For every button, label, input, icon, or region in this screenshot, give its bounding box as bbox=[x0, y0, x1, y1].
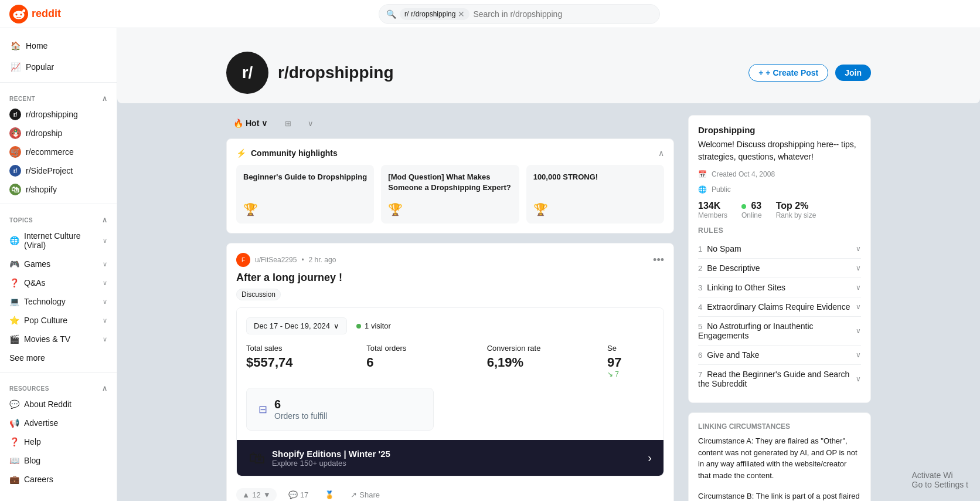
careers-icon: 💼 bbox=[9, 475, 19, 484]
sidebar-item-popular[interactable]: 📈 Popular bbox=[0, 56, 117, 77]
join-button[interactable]: Join bbox=[835, 65, 871, 81]
sidebar-item-internet-culture[interactable]: 🌐 Internet Culture (Viral) ∨ bbox=[0, 226, 117, 255]
about-icon: 💬 bbox=[9, 400, 19, 409]
post-tag[interactable]: Discussion bbox=[236, 289, 281, 300]
sidebar-item-sideproject[interactable]: r/ r/SideProject bbox=[0, 161, 117, 180]
downvote-button[interactable]: ▼ bbox=[263, 490, 271, 499]
sidebar-item-ecommerce[interactable]: 🛒 r/ecommerce bbox=[0, 143, 117, 161]
upvote-button[interactable]: ▲ bbox=[242, 490, 250, 499]
highlight-emoji-2: 🏆 bbox=[533, 202, 657, 216]
comments-count: 17 bbox=[300, 490, 308, 499]
rules-title: RULES bbox=[698, 226, 861, 235]
sidebar-item-advertise[interactable]: 📢 Advertise bbox=[0, 414, 117, 432]
rule-5[interactable]: 5No Astroturfing or Inauthentic Engageme… bbox=[698, 317, 861, 346]
pop-culture-chevron: ∨ bbox=[103, 317, 107, 324]
visitors-count: 1 visitor bbox=[365, 321, 391, 330]
rule-6[interactable]: 6Give and Take ∨ bbox=[698, 346, 861, 365]
sidebar-item-qas[interactable]: ❓ Q&As ∨ bbox=[0, 273, 117, 292]
highlight-item-1[interactable]: [Mod Question] What Makes Someone a Drop… bbox=[381, 165, 519, 224]
date-range-text: Dec 17 - Dec 19, 2024 bbox=[254, 321, 330, 330]
highlight-emoji-1: 🏆 bbox=[388, 202, 512, 216]
sidebar-item-shopify[interactable]: 🛍 r/shopify bbox=[0, 180, 117, 199]
search-bar[interactable]: 🔍 r/ r/dropshipping ✕ bbox=[379, 4, 660, 24]
search-chip-close[interactable]: ✕ bbox=[458, 9, 465, 19]
sidebar-item-careers[interactable]: 💼 Careers bbox=[0, 470, 117, 489]
share-icon: ↗ bbox=[351, 490, 357, 499]
linking-circumstances-card: LINKING CIRCUMSTANCES Circumstance A: Th… bbox=[688, 412, 871, 501]
content-area: 🔥 Hot ∨ ⊞ ∨ ⚡ Community highlights ∧ bbox=[226, 115, 871, 501]
award-button[interactable]: 🏅 bbox=[320, 488, 339, 501]
rule-1[interactable]: 1No Spam ∨ bbox=[698, 239, 861, 259]
sidebar-item-pop-culture[interactable]: ⭐ Pop Culture ∨ bbox=[0, 311, 117, 330]
sidebar-item-games[interactable]: 🎮 Games ∨ bbox=[0, 255, 117, 273]
sidebar-item-technology[interactable]: 💻 Technology ∨ bbox=[0, 292, 117, 311]
resources-collapse-icon[interactable]: ∧ bbox=[102, 384, 108, 392]
highlights-grid: Beginner's Guide to Dropshipping 🏆 [Mod … bbox=[236, 165, 664, 224]
reddit-logo[interactable]: reddit bbox=[9, 5, 61, 23]
rule-7[interactable]: 7Read the Beginner's Guide and Search th… bbox=[698, 365, 861, 393]
rank-stat: Top 2% Rank by size bbox=[776, 201, 816, 219]
subreddit-name: r/dropshipping bbox=[278, 63, 394, 82]
rule-4[interactable]: 4Extraordinary Claims Require Evidence ∨ bbox=[698, 297, 861, 317]
rule-7-chevron: ∨ bbox=[856, 375, 861, 383]
topics-section-header: TOPICS ∧ bbox=[0, 209, 117, 226]
sort-chevron-icon: ∨ bbox=[261, 119, 267, 128]
left-sidebar: 🏠 Home 📈 Popular RECENT ∧ r/ r/dropshipp… bbox=[0, 28, 117, 501]
qas-chevron: ∨ bbox=[103, 279, 107, 287]
comments-icon: 💬 bbox=[288, 490, 298, 499]
post-username[interactable]: u/FitSea2295 bbox=[255, 256, 297, 264]
blog-icon: 📖 bbox=[9, 456, 19, 465]
date-picker-chevron: ∨ bbox=[334, 321, 339, 330]
highlights-collapse-icon[interactable]: ∧ bbox=[658, 148, 664, 158]
sort-hot-button[interactable]: 🔥 Hot ∨ bbox=[226, 115, 274, 131]
sidebar-item-dropship[interactable]: 🪆 r/dropship bbox=[0, 124, 117, 143]
linking-circumstance-a: Circumstance A: They are flaired as "Oth… bbox=[698, 435, 861, 481]
subreddit-header: r/ r/dropshipping + + Create Post Join bbox=[117, 28, 980, 103]
shopify-banner[interactable]: 🛍 Shopify Editions | Winter '25 Explore … bbox=[237, 440, 663, 476]
comments-button[interactable]: 💬 17 bbox=[284, 488, 313, 501]
divider-3 bbox=[0, 372, 117, 373]
sidebar-item-blog[interactable]: 📖 Blog bbox=[0, 451, 117, 470]
vote-controls[interactable]: ▲ 12 ▼ bbox=[236, 488, 277, 501]
view-toggle-button[interactable]: ⊞ bbox=[279, 116, 297, 131]
rule-3[interactable]: 3Linking to Other Sites ∨ bbox=[698, 278, 861, 297]
date-picker[interactable]: Dec 17 - Dec 19, 2024 ∨ bbox=[246, 317, 347, 334]
online-dot bbox=[741, 204, 746, 209]
post-user-avatar: F bbox=[236, 253, 250, 267]
members-stat: 134K Members bbox=[698, 201, 727, 219]
subreddit-icon: r/ bbox=[226, 52, 268, 94]
sidebar-item-movies-tv[interactable]: 🎬 Movies & TV ∨ bbox=[0, 330, 117, 348]
recent-collapse-icon[interactable]: ∧ bbox=[102, 94, 108, 103]
search-icon: 🔍 bbox=[386, 9, 396, 19]
sidebar-item-home[interactable]: 🏠 Home bbox=[0, 35, 117, 56]
highlights-title: ⚡ Community highlights bbox=[236, 148, 338, 158]
share-button[interactable]: ↗ Share bbox=[346, 488, 384, 501]
topics-chevron: ∨ bbox=[103, 237, 107, 245]
view-dropdown-button[interactable]: ∨ bbox=[302, 116, 319, 131]
header-actions: + + Create Post Join bbox=[748, 64, 871, 82]
rule-2[interactable]: 2Be Descriptive ∨ bbox=[698, 259, 861, 278]
divider-2 bbox=[0, 204, 117, 204]
sidebar-see-more[interactable]: See more bbox=[0, 348, 117, 367]
subreddit-avatar-shopify: 🛍 bbox=[9, 184, 21, 195]
sidebar-item-about[interactable]: 💬 About Reddit bbox=[0, 395, 117, 414]
create-post-button[interactable]: + + Create Post bbox=[748, 64, 828, 82]
highlight-item-0[interactable]: Beginner's Guide to Dropshipping 🏆 bbox=[236, 165, 374, 224]
search-input[interactable] bbox=[473, 9, 652, 19]
post-actions: ▲ 12 ▼ 💬 17 🏅 ↗ Share bbox=[236, 483, 664, 501]
shopify-bag-icon: 🛍 bbox=[249, 448, 265, 468]
sidebar-item-help[interactable]: ❓ Help bbox=[0, 432, 117, 451]
sidebar-item-dropshipping[interactable]: r/ r/dropshipping bbox=[0, 105, 117, 124]
topics-collapse-icon[interactable]: ∧ bbox=[102, 216, 108, 224]
svg-point-3 bbox=[20, 13, 22, 15]
subreddit-info-title: Dropshipping bbox=[698, 125, 861, 135]
post-card[interactable]: F u/FitSea2295 • 2 hr. ago ••• After a l… bbox=[226, 243, 674, 501]
post-menu-button[interactable]: ••• bbox=[653, 254, 664, 266]
subreddit-created: 📅 Created Oct 4, 2008 bbox=[698, 170, 861, 178]
rule-6-chevron: ∨ bbox=[856, 351, 861, 359]
search-chip[interactable]: r/ r/dropshipping ✕ bbox=[400, 8, 469, 20]
highlight-item-2[interactable]: 100,000 STRONG! 🏆 bbox=[526, 165, 664, 224]
linking-title: LINKING CIRCUMSTANCES bbox=[698, 422, 861, 431]
stat-total-orders: Total orders 6 bbox=[366, 344, 477, 378]
home-icon: 🏠 bbox=[9, 40, 21, 52]
